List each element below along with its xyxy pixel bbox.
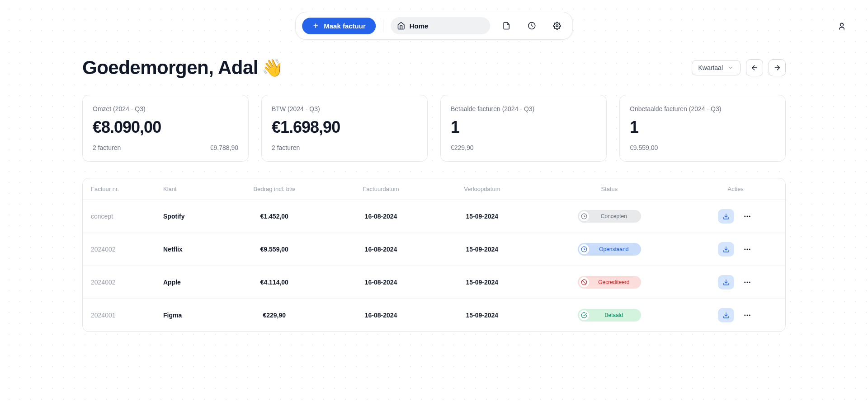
svg-point-10 — [747, 216, 748, 217]
status-label: Openstaand — [593, 246, 640, 252]
svg-point-14 — [744, 249, 745, 250]
cell-verloopdatum: 15-09-2024 — [431, 233, 533, 266]
more-horizontal-icon — [743, 245, 751, 253]
stat-foot-right: €9.788,90 — [210, 144, 238, 151]
download-button[interactable] — [718, 275, 734, 289]
cell-verloopdatum: 15-09-2024 — [431, 200, 533, 233]
stat-label: BTW (2024 - Q3) — [272, 105, 417, 112]
stat-value: €8.090,00 — [93, 118, 238, 137]
stat-value: 1 — [451, 118, 596, 137]
cell-bedrag: €9.559,00 — [218, 233, 330, 266]
create-invoice-button[interactable]: Maak factuur — [302, 18, 376, 34]
wave-emoji: 👋 — [262, 58, 283, 78]
plus-icon — [312, 22, 319, 29]
more-horizontal-icon — [743, 311, 751, 319]
svg-point-25 — [747, 315, 748, 316]
svg-point-3 — [556, 25, 558, 27]
download-button[interactable] — [718, 308, 734, 322]
svg-point-21 — [747, 282, 748, 283]
svg-line-18 — [582, 280, 586, 284]
download-icon — [722, 279, 730, 286]
download-icon — [722, 213, 730, 220]
table-row: 2024001 Figma €229,90 16-08-2024 15-09-2… — [83, 299, 785, 332]
status-badge: Concepten — [578, 210, 641, 223]
cell-factuurdatum: 16-08-2024 — [330, 233, 432, 266]
cell-nr: concept — [83, 200, 155, 233]
cell-klant: Figma — [155, 299, 218, 332]
gear-icon — [553, 22, 561, 30]
svg-point-24 — [744, 315, 745, 316]
cell-verloopdatum: 15-09-2024 — [431, 266, 533, 299]
stat-card: Onbetaalde facturen (2024 - Q3) 1 €9.559… — [619, 95, 786, 162]
stat-foot-left: 2 facturen — [93, 144, 121, 151]
user-icon — [837, 22, 846, 31]
invoice-table: Factuur nr. Klant Bedrag incl. btw Factu… — [82, 178, 786, 332]
stat-label: Omzet (2024 - Q3) — [93, 105, 238, 112]
download-button[interactable] — [718, 242, 734, 256]
status-icon — [579, 211, 589, 221]
stat-label: Betaalde facturen (2024 - Q3) — [451, 105, 596, 112]
period-select[interactable]: Kwartaal — [692, 60, 741, 75]
th-nr: Factuur nr. — [83, 178, 155, 200]
stat-value: 1 — [630, 118, 775, 137]
stat-value: €1.698,90 — [272, 118, 417, 137]
cell-klant: Spotify — [155, 200, 218, 233]
svg-point-9 — [744, 216, 745, 217]
table-row: 2024002 Netflix €9.559,00 16-08-2024 15-… — [83, 233, 785, 266]
nav-divider — [383, 19, 383, 32]
nav-documents-button[interactable] — [497, 17, 515, 35]
stat-foot-left: €9.559,00 — [630, 144, 658, 151]
arrow-right-icon — [773, 64, 781, 72]
svg-point-22 — [749, 282, 750, 283]
more-horizontal-icon — [743, 212, 751, 220]
cell-factuurdatum: 16-08-2024 — [330, 299, 432, 332]
status-badge: Betaald — [578, 309, 641, 322]
more-actions-button[interactable] — [741, 309, 753, 321]
svg-point-16 — [749, 249, 750, 250]
more-actions-button[interactable] — [741, 243, 753, 255]
page-greeting: Goedemorgen, Adal 👋 — [82, 57, 283, 79]
svg-point-26 — [749, 315, 750, 316]
more-actions-button[interactable] — [741, 210, 753, 222]
th-verloopdatum: Verloopdatum — [431, 178, 533, 200]
svg-point-15 — [747, 249, 748, 250]
cell-verloopdatum: 15-09-2024 — [431, 299, 533, 332]
cell-nr: 2024002 — [83, 266, 155, 299]
create-invoice-label: Maak factuur — [324, 22, 366, 30]
period-label: Kwartaal — [698, 64, 723, 71]
cell-bedrag: €229,90 — [218, 299, 330, 332]
document-icon — [502, 22, 510, 30]
download-icon — [722, 312, 730, 319]
user-menu-button[interactable] — [837, 22, 846, 31]
status-badge: Gecrediteerd — [578, 276, 641, 289]
greeting-text: Goedemorgen, Adal — [82, 57, 258, 79]
cell-nr: 2024002 — [83, 233, 155, 266]
status-icon — [579, 244, 589, 254]
more-horizontal-icon — [743, 278, 751, 286]
status-label: Concepten — [593, 213, 640, 219]
download-button[interactable] — [718, 209, 734, 224]
cell-klant: Netflix — [155, 233, 218, 266]
nav-home[interactable]: Home — [391, 17, 490, 34]
stat-card: Betaalde facturen (2024 - Q3) 1 €229,90 — [440, 95, 607, 162]
chevron-down-icon — [727, 65, 734, 71]
next-period-button[interactable] — [769, 59, 786, 76]
status-label: Gecrediteerd — [593, 279, 640, 285]
home-icon — [397, 22, 405, 30]
th-acties: Acties — [686, 178, 785, 200]
th-bedrag: Bedrag incl. btw — [218, 178, 330, 200]
cell-factuurdatum: 16-08-2024 — [330, 266, 432, 299]
stat-foot-left: €229,90 — [451, 144, 474, 151]
svg-point-4 — [840, 23, 844, 26]
th-factuurdatum: Factuurdatum — [330, 178, 432, 200]
more-actions-button[interactable] — [741, 276, 753, 288]
cell-klant: Apple — [155, 266, 218, 299]
nav-settings-button[interactable] — [548, 17, 566, 35]
status-label: Betaald — [593, 312, 640, 318]
status-badge: Openstaand — [578, 243, 641, 256]
prev-period-button[interactable] — [746, 59, 763, 76]
table-row: 2024002 Apple €4.114,00 16-08-2024 15-09… — [83, 266, 785, 299]
nav-history-button[interactable] — [523, 17, 541, 35]
clock-icon — [528, 22, 536, 30]
svg-point-20 — [744, 282, 745, 283]
